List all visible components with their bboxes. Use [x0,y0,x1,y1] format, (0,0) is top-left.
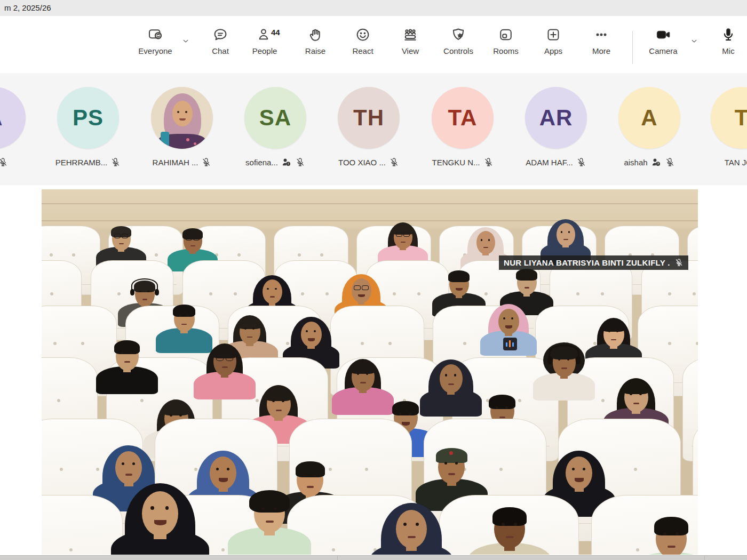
glasses-lens [122,234,128,238]
short-hair [516,269,538,281]
eye [583,468,585,470]
toolbar-label-more: More [576,46,627,55]
eye [303,475,306,477]
taskbar-divider [337,556,338,560]
mouth [125,474,132,476]
audience-person [223,486,316,555]
face [557,223,575,246]
mouth [667,546,676,548]
short-hair [296,461,325,477]
face [396,510,427,548]
mouth [448,473,455,475]
toolbar-label-mic: Mic [703,46,747,55]
eye [185,111,187,113]
mushroom-hair [249,490,289,513]
face [440,364,463,393]
participant-name-row: TENGKU N... [409,156,516,168]
participant-tile-aishah[interactable]: Aaishah? [604,87,695,178]
smiling-mouth [505,325,512,329]
short-hair [448,270,470,282]
participant-name-row: ADAM HAF... [503,156,609,168]
toolbar-item-camera[interactable]: Camera [638,27,689,68]
participant-tile-tengku[interactable]: TATENGKU N... [417,87,508,178]
eye [663,532,666,535]
audience-person [365,501,458,555]
short-hair [489,395,515,409]
react-icon [355,27,371,43]
mouth [266,521,274,523]
toolbar-item-controls[interactable]: Controls [433,27,484,68]
participant-tile-too-xiao[interactable]: THTOO XIAO ... [323,87,414,178]
eye [496,406,498,409]
eye [314,475,316,477]
eye [639,393,642,395]
mouth [360,382,366,383]
face [301,322,322,347]
mouth [276,410,282,411]
participant-tile-pehrramb[interactable]: PSPEHRRAMB... [43,87,133,178]
toolbar-item-people[interactable]: 44People [239,27,290,68]
stage-area: NUR LIYANA BATRISYIA BINTI ZULKIFLY . [0,185,747,556]
glasses-lens [114,234,121,238]
svg-text:!: ! [288,162,289,165]
toolbar-item-more[interactable]: More [576,27,627,68]
eye [561,231,563,233]
glasses-lens [186,236,192,241]
glasses-lens [396,232,402,237]
mic-muted-icon [576,157,586,167]
camera-dropdown-chevron-icon[interactable] [690,37,699,46]
eye [121,351,123,354]
toolbar-item-mic[interactable]: Mic [703,27,747,68]
participant-name-row: PEHRRAMB... [35,156,141,168]
participant-tile-tan-jo[interactable]: TTAN JO... [696,87,747,178]
reaction-badge [503,338,517,350]
mic-icon [720,27,736,43]
meeting-title: m 2, 2025/26 [4,3,51,12]
headphone-cup [576,356,581,364]
glasses-lens [193,236,200,241]
toolbar-label-camera: Camera [638,46,689,55]
headphone-cup [547,356,552,364]
toolbar-item-react[interactable]: React [337,27,388,68]
participant-name: TENGKU N... [432,158,480,167]
photo-dress-accent [161,132,169,149]
audience-person [106,481,214,555]
participant-tile-adam[interactable]: ARADAM HAF... [511,87,601,178]
smiling-mouth [456,288,463,291]
participant-tile-m[interactable]: AM... [0,87,40,178]
everyone-dropdown-chevron-icon[interactable] [182,37,190,46]
mic-muted-icon [483,157,494,167]
taskbar-divider [704,556,705,560]
meeting-toolbar: EveryoneChat44PeopleRaiseReactViewContro… [0,16,747,73]
glasses [112,234,131,239]
mic-muted-icon [674,258,684,267]
toolbar-item-chat[interactable]: Chat [195,27,246,68]
toolbar-label-rooms: Rooms [480,46,531,55]
eye [282,399,284,402]
toolbar-item-raise[interactable]: Raise [290,27,341,68]
participant-tile-sofiena[interactable]: SAsofiena...! [230,87,321,178]
face [263,279,282,304]
windows-taskbar-edge[interactable] [0,555,747,560]
participant-name-row: aishah? [596,156,703,168]
toolbar-item-everyone[interactable]: Everyone [130,27,181,68]
rooms-icon [498,27,514,43]
toolbar-label-raise: Raise [290,46,341,55]
participant-tile-rahimah[interactable]: RAHIMAH ... [137,87,227,178]
participant-name: RAHIMAH ... [153,158,198,167]
controls-icon [450,27,466,43]
mouth [408,536,416,538]
eye [179,315,181,317]
avatar: PS [57,87,119,149]
toolbar-item-rooms[interactable]: Rooms [480,27,531,68]
eye [503,317,505,319]
toolbar-label-view: View [385,46,436,55]
mic-muted-icon [201,157,211,167]
toolbar-item-view[interactable]: View [385,27,436,68]
toolbar-item-apps[interactable]: Apps [528,27,579,68]
glasses [394,232,412,238]
eye [244,327,247,330]
guest-status-icon: ! [281,157,292,167]
participant-strip: AM...PSPEHRRAMB...RAHIMAH ...SAsofiena..… [0,73,747,185]
everyone-icon [147,27,163,43]
